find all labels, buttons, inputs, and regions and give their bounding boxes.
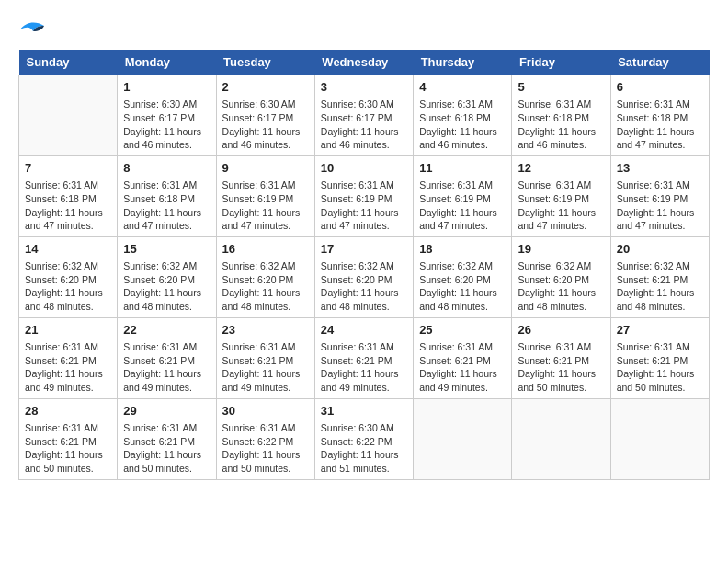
day-info: Sunrise: 6:31 AM Sunset: 6:21 PM Dayligh… — [222, 340, 309, 395]
calendar-week-row: 1Sunrise: 6:30 AM Sunset: 6:17 PM Daylig… — [19, 75, 710, 156]
column-header-thursday: Thursday — [414, 50, 512, 75]
column-header-monday: Monday — [118, 50, 216, 75]
day-info: Sunrise: 6:31 AM Sunset: 6:21 PM Dayligh… — [419, 340, 506, 395]
day-info: Sunrise: 6:31 AM Sunset: 6:19 PM Dayligh… — [222, 178, 309, 233]
day-info: Sunrise: 6:32 AM Sunset: 6:21 PM Dayligh… — [617, 259, 703, 314]
day-info: Sunrise: 6:31 AM Sunset: 6:18 PM Dayligh… — [518, 98, 604, 152]
day-number: 31 — [321, 403, 407, 419]
day-number: 20 — [617, 241, 703, 258]
day-info: Sunrise: 6:31 AM Sunset: 6:21 PM Dayligh… — [617, 340, 703, 395]
day-info: Sunrise: 6:32 AM Sunset: 6:20 PM Dayligh… — [25, 259, 111, 314]
calendar-cell: 3Sunrise: 6:30 AM Sunset: 6:17 PM Daylig… — [314, 75, 413, 156]
day-number: 10 — [321, 160, 407, 177]
day-number: 5 — [518, 79, 604, 96]
day-info: Sunrise: 6:30 AM Sunset: 6:17 PM Dayligh… — [222, 98, 309, 152]
day-info: Sunrise: 6:31 AM Sunset: 6:21 PM Dayligh… — [123, 340, 210, 395]
logo-bird-icon — [18, 18, 46, 40]
calendar-cell: 4Sunrise: 6:31 AM Sunset: 6:18 PM Daylig… — [414, 75, 512, 156]
calendar-cell: 10Sunrise: 6:31 AM Sunset: 6:19 PM Dayli… — [314, 155, 413, 236]
day-number: 26 — [518, 322, 604, 339]
day-number: 7 — [25, 160, 111, 177]
calendar-cell — [512, 398, 610, 479]
day-info: Sunrise: 6:32 AM Sunset: 6:20 PM Dayligh… — [321, 259, 407, 314]
day-number: 19 — [518, 241, 604, 258]
calendar-cell — [19, 75, 118, 156]
day-number: 4 — [419, 79, 506, 96]
day-number: 28 — [25, 403, 111, 419]
day-number: 24 — [321, 322, 407, 339]
day-number: 27 — [617, 322, 703, 339]
day-number: 8 — [123, 160, 210, 177]
day-info: Sunrise: 6:30 AM Sunset: 6:17 PM Dayligh… — [123, 98, 210, 152]
calendar-table: SundayMondayTuesdayWednesdayThursdayFrid… — [18, 50, 710, 480]
calendar-cell: 31Sunrise: 6:30 AM Sunset: 6:22 PM Dayli… — [314, 398, 413, 479]
day-info: Sunrise: 6:31 AM Sunset: 6:18 PM Dayligh… — [123, 178, 210, 233]
calendar-cell: 2Sunrise: 6:30 AM Sunset: 6:17 PM Daylig… — [216, 75, 314, 156]
column-header-saturday: Saturday — [610, 50, 709, 75]
day-number: 15 — [123, 241, 210, 258]
column-header-wednesday: Wednesday — [314, 50, 413, 75]
calendar-week-row: 14Sunrise: 6:32 AM Sunset: 6:20 PM Dayli… — [19, 236, 710, 317]
day-info: Sunrise: 6:32 AM Sunset: 6:20 PM Dayligh… — [518, 259, 604, 314]
day-info: Sunrise: 6:32 AM Sunset: 6:20 PM Dayligh… — [419, 259, 506, 314]
calendar-cell: 13Sunrise: 6:31 AM Sunset: 6:19 PM Dayli… — [610, 155, 709, 236]
calendar-cell: 26Sunrise: 6:31 AM Sunset: 6:21 PM Dayli… — [512, 317, 610, 398]
calendar-week-row: 21Sunrise: 6:31 AM Sunset: 6:21 PM Dayli… — [19, 317, 710, 398]
day-info: Sunrise: 6:30 AM Sunset: 6:17 PM Dayligh… — [321, 98, 407, 152]
day-info: Sunrise: 6:31 AM Sunset: 6:19 PM Dayligh… — [321, 178, 407, 233]
day-number: 12 — [518, 160, 604, 177]
calendar-cell: 17Sunrise: 6:32 AM Sunset: 6:20 PM Dayli… — [314, 236, 413, 317]
day-number: 1 — [123, 79, 210, 96]
day-info: Sunrise: 6:31 AM Sunset: 6:18 PM Dayligh… — [25, 178, 111, 233]
calendar-week-row: 7Sunrise: 6:31 AM Sunset: 6:18 PM Daylig… — [19, 155, 710, 236]
day-number: 14 — [25, 241, 111, 258]
column-header-friday: Friday — [512, 50, 610, 75]
day-number: 9 — [222, 160, 309, 177]
day-info: Sunrise: 6:31 AM Sunset: 6:21 PM Dayligh… — [25, 421, 111, 476]
calendar-cell: 5Sunrise: 6:31 AM Sunset: 6:18 PM Daylig… — [512, 75, 610, 156]
calendar-cell: 7Sunrise: 6:31 AM Sunset: 6:18 PM Daylig… — [19, 155, 118, 236]
calendar-cell: 23Sunrise: 6:31 AM Sunset: 6:21 PM Dayli… — [216, 317, 314, 398]
calendar-cell: 1Sunrise: 6:30 AM Sunset: 6:17 PM Daylig… — [118, 75, 216, 156]
day-info: Sunrise: 6:31 AM Sunset: 6:21 PM Dayligh… — [518, 340, 604, 395]
day-info: Sunrise: 6:31 AM Sunset: 6:19 PM Dayligh… — [617, 178, 703, 233]
day-number: 30 — [222, 403, 309, 419]
day-number: 25 — [419, 322, 506, 339]
calendar-cell: 28Sunrise: 6:31 AM Sunset: 6:21 PM Dayli… — [19, 398, 118, 479]
day-info: Sunrise: 6:31 AM Sunset: 6:19 PM Dayligh… — [419, 178, 506, 233]
day-info: Sunrise: 6:32 AM Sunset: 6:20 PM Dayligh… — [222, 259, 309, 314]
day-number: 23 — [222, 322, 309, 339]
column-header-sunday: Sunday — [19, 50, 118, 75]
day-info: Sunrise: 6:30 AM Sunset: 6:22 PM Dayligh… — [321, 421, 407, 476]
logo — [18, 18, 50, 40]
day-number: 16 — [222, 241, 309, 258]
calendar-cell: 18Sunrise: 6:32 AM Sunset: 6:20 PM Dayli… — [414, 236, 512, 317]
calendar-cell: 12Sunrise: 6:31 AM Sunset: 6:19 PM Dayli… — [512, 155, 610, 236]
calendar-cell: 27Sunrise: 6:31 AM Sunset: 6:21 PM Dayli… — [610, 317, 709, 398]
day-number: 2 — [222, 79, 309, 96]
calendar-cell: 8Sunrise: 6:31 AM Sunset: 6:18 PM Daylig… — [118, 155, 216, 236]
day-number: 18 — [419, 241, 506, 258]
day-number: 29 — [123, 403, 210, 419]
calendar-cell: 24Sunrise: 6:31 AM Sunset: 6:21 PM Dayli… — [314, 317, 413, 398]
day-number: 17 — [321, 241, 407, 258]
day-info: Sunrise: 6:31 AM Sunset: 6:21 PM Dayligh… — [321, 340, 407, 395]
column-header-tuesday: Tuesday — [216, 50, 314, 75]
calendar-cell: 11Sunrise: 6:31 AM Sunset: 6:19 PM Dayli… — [414, 155, 512, 236]
calendar-cell: 19Sunrise: 6:32 AM Sunset: 6:20 PM Dayli… — [512, 236, 610, 317]
day-number: 6 — [617, 79, 703, 96]
calendar-cell: 6Sunrise: 6:31 AM Sunset: 6:18 PM Daylig… — [610, 75, 709, 156]
calendar-cell — [414, 398, 512, 479]
calendar-cell: 29Sunrise: 6:31 AM Sunset: 6:21 PM Dayli… — [118, 398, 216, 479]
day-info: Sunrise: 6:31 AM Sunset: 6:18 PM Dayligh… — [419, 98, 506, 152]
day-info: Sunrise: 6:31 AM Sunset: 6:19 PM Dayligh… — [518, 178, 604, 233]
day-info: Sunrise: 6:31 AM Sunset: 6:21 PM Dayligh… — [123, 421, 210, 476]
calendar-cell: 21Sunrise: 6:31 AM Sunset: 6:21 PM Dayli… — [19, 317, 118, 398]
page-header — [18, 18, 710, 40]
day-number: 11 — [419, 160, 506, 177]
day-info: Sunrise: 6:32 AM Sunset: 6:20 PM Dayligh… — [123, 259, 210, 314]
calendar-cell: 30Sunrise: 6:31 AM Sunset: 6:22 PM Dayli… — [216, 398, 314, 479]
day-number: 3 — [321, 79, 407, 96]
calendar-cell: 15Sunrise: 6:32 AM Sunset: 6:20 PM Dayli… — [118, 236, 216, 317]
calendar-week-row: 28Sunrise: 6:31 AM Sunset: 6:21 PM Dayli… — [19, 398, 710, 479]
